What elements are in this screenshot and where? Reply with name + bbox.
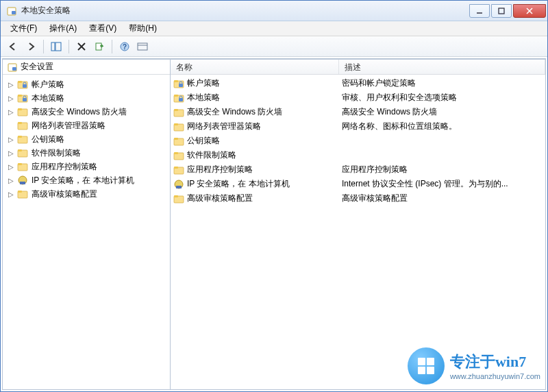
titlebar: 本地安全策略 xyxy=(1,1,547,21)
list-row[interactable]: 高级安全 Windows 防火墙高级安全 Windows 防火墙 xyxy=(171,105,545,119)
folder-lock-icon xyxy=(17,79,28,90)
list-header: 名称 描述 xyxy=(171,60,545,75)
tree-node[interactable]: ▷公钥策略 xyxy=(4,132,169,146)
menubar: 文件(F) 操作(A) 查看(V) 帮助(H) xyxy=(1,21,547,36)
svg-rect-17 xyxy=(96,43,101,50)
tree-node-label: 公钥策略 xyxy=(30,133,66,146)
folder-lock-icon xyxy=(173,93,184,103)
tree-header-label: 安全设置 xyxy=(21,61,53,73)
folder-icon xyxy=(173,107,184,118)
tree-body: ▷帐户策略▷本地策略▷高级安全 Windows 防火墙网络列表管理器策略▷公钥策… xyxy=(3,75,170,204)
tree-node-label: IP 安全策略，在 本地计算机 xyxy=(30,174,136,187)
cell-name: 网络列表管理器策略 xyxy=(171,121,339,132)
svg-rect-10 xyxy=(499,8,504,14)
tree-node[interactable]: ▷本地策略 xyxy=(4,91,169,105)
row-name-label: 网络列表管理器策略 xyxy=(187,121,261,132)
row-name-label: 本地策略 xyxy=(187,92,220,103)
tree-node[interactable]: ▷高级审核策略配置 xyxy=(4,187,169,201)
tree-header[interactable]: 安全设置 xyxy=(3,60,170,75)
tree-node[interactable]: 网络列表管理器策略 xyxy=(4,119,169,132)
cell-name: 高级安全 Windows 防火墙 xyxy=(171,106,339,118)
expand-arrow-icon[interactable]: ▷ xyxy=(7,191,15,198)
help-button[interactable]: ? xyxy=(116,38,133,55)
folder-icon xyxy=(17,161,28,172)
svg-text:?: ? xyxy=(123,43,127,51)
tree-node[interactable]: ▷高级安全 Windows 防火墙 xyxy=(4,105,169,119)
maximize-button[interactable] xyxy=(491,4,512,18)
minimize-button[interactable] xyxy=(469,4,490,18)
tree-node-label: 应用程序控制策略 xyxy=(30,160,99,173)
svg-rect-14 xyxy=(55,42,61,51)
column-desc-header[interactable]: 描述 xyxy=(339,60,545,74)
delete-button[interactable] xyxy=(73,38,90,55)
svg-rect-20 xyxy=(138,43,147,50)
menu-action[interactable]: 操作(A) xyxy=(44,21,82,36)
cell-desc: 高级审核策略配置 xyxy=(339,193,545,204)
list-pane: 名称 描述 帐户策略密码和帐户锁定策略本地策略审核、用户权利和安全选项策略高级安… xyxy=(171,59,546,390)
menu-help[interactable]: 帮助(H) xyxy=(123,21,162,36)
expand-arrow-icon[interactable]: ▷ xyxy=(7,177,15,184)
close-button[interactable] xyxy=(513,4,546,18)
properties-button[interactable] xyxy=(134,38,151,55)
row-name-label: 应用程序控制策略 xyxy=(187,164,253,175)
cell-name: 公钥策略 xyxy=(171,135,339,147)
cell-name: IP 安全策略，在 本地计算机 xyxy=(171,178,339,190)
toolbar-separator xyxy=(68,40,69,53)
ipsec-icon xyxy=(17,175,28,186)
cell-name: 软件限制策略 xyxy=(171,149,339,161)
cell-desc: 审核、用户权利和安全选项策略 xyxy=(339,92,545,103)
folder-lock-icon xyxy=(17,93,28,103)
svg-rect-13 xyxy=(51,42,55,51)
list-row[interactable]: 应用程序控制策略应用程序控制策略 xyxy=(171,162,545,177)
expand-arrow-icon[interactable]: ▷ xyxy=(7,136,15,143)
row-name-label: 高级审核策略配置 xyxy=(187,193,253,204)
tree-node[interactable]: ▷应用程序控制策略 xyxy=(4,160,169,173)
expand-arrow-icon[interactable]: ▷ xyxy=(7,163,15,171)
expand-arrow-icon[interactable]: ▷ xyxy=(7,81,15,88)
folder-icon xyxy=(173,121,184,132)
tree-node-label: 网络列表管理器策略 xyxy=(30,119,107,132)
column-name-header[interactable]: 名称 xyxy=(171,60,339,74)
cell-desc: 密码和帐户锁定策略 xyxy=(339,77,545,89)
tree-node[interactable]: ▷IP 安全策略，在 本地计算机 xyxy=(4,173,169,187)
cell-desc: 高级安全 Windows 防火墙 xyxy=(339,106,545,118)
list-row[interactable]: 本地策略审核、用户权利和安全选项策略 xyxy=(171,90,545,105)
row-name-label: IP 安全策略，在 本地计算机 xyxy=(187,178,290,190)
app-icon xyxy=(6,5,17,16)
menu-file[interactable]: 文件(F) xyxy=(5,21,42,36)
expand-arrow-icon[interactable]: ▷ xyxy=(7,95,15,102)
show-hide-tree-button[interactable] xyxy=(48,38,64,55)
list-row[interactable]: 网络列表管理器策略网络名称、图标和位置组策略。 xyxy=(171,119,545,134)
expand-arrow-icon[interactable]: ▷ xyxy=(7,149,15,157)
folder-icon xyxy=(173,136,184,147)
export-button[interactable] xyxy=(91,38,108,55)
list-row[interactable]: 公钥策略 xyxy=(171,134,545,148)
menu-view[interactable]: 查看(V) xyxy=(84,21,122,36)
tree-node[interactable]: ▷帐户策略 xyxy=(4,77,169,91)
list-row[interactable]: 高级审核策略配置高级审核策略配置 xyxy=(171,191,545,206)
cell-name: 应用程序控制策略 xyxy=(171,164,339,175)
tree-node-label: 本地策略 xyxy=(30,92,66,105)
tree-node-label: 软件限制策略 xyxy=(30,147,82,160)
nav-back-button[interactable] xyxy=(5,38,21,55)
cell-desc: Internet 协议安全性 (IPsec) 管理。为与别的... xyxy=(339,178,545,190)
ipsec-icon xyxy=(173,179,184,190)
cell-name: 本地策略 xyxy=(171,92,339,103)
cell-desc: 应用程序控制策略 xyxy=(339,164,545,175)
folder-icon xyxy=(173,150,184,161)
list-row[interactable]: IP 安全策略，在 本地计算机Internet 协议安全性 (IPsec) 管理… xyxy=(171,177,545,191)
tree-node[interactable]: ▷软件限制策略 xyxy=(4,146,169,160)
window-title: 本地安全策略 xyxy=(21,5,469,16)
row-name-label: 公钥策略 xyxy=(187,135,220,147)
list-body: 帐户策略密码和帐户锁定策略本地策略审核、用户权利和安全选项策略高级安全 Wind… xyxy=(171,75,545,389)
list-row[interactable]: 帐户策略密码和帐户锁定策略 xyxy=(171,76,545,90)
toolbar: ? xyxy=(1,36,547,57)
folder-icon xyxy=(17,188,28,199)
expand-arrow-icon[interactable]: ▷ xyxy=(7,108,15,116)
list-row[interactable]: 软件限制策略 xyxy=(171,148,545,162)
folder-icon xyxy=(17,134,28,145)
folder-icon xyxy=(17,147,28,158)
row-name-label: 软件限制策略 xyxy=(187,149,236,161)
nav-forward-button[interactable] xyxy=(23,38,39,55)
folder-icon xyxy=(173,164,184,175)
